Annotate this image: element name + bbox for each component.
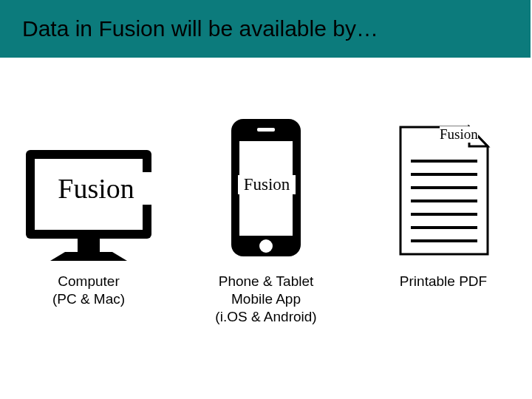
svg-rect-2: [78, 239, 100, 252]
caption-line: Printable PDF: [400, 273, 487, 289]
svg-rect-5: [257, 128, 275, 132]
column-pdf: Fusion Printable PDF: [362, 115, 525, 325]
caption-computer: Computer (PC & Mac): [52, 273, 125, 308]
slide: Data in Fusion will be available by… Fus…: [0, 0, 532, 399]
caption-line: Mobile App: [231, 291, 301, 307]
caption-phone: Phone & Tablet Mobile App (i.OS & Androi…: [215, 273, 316, 325]
caption-line: Computer: [58, 273, 119, 289]
phone-icon-wrap: Fusion: [185, 115, 347, 270]
column-computer: Fusion Computer (PC & Mac): [7, 115, 170, 325]
caption-line: Phone & Tablet: [219, 273, 314, 289]
slide-title: Data in Fusion will be available by…: [22, 16, 378, 41]
column-phone: Fusion Phone & Tablet Mobile App (i.OS &…: [185, 115, 347, 325]
caption-line: (i.OS & Android): [215, 309, 316, 324]
fusion-label-pdf: Fusion: [440, 126, 478, 143]
caption-line: (PC & Mac): [52, 291, 125, 307]
columns: Fusion Computer (PC & Mac): [0, 115, 532, 325]
caption-pdf: Printable PDF: [400, 273, 487, 290]
computer-icon-wrap: Fusion: [15, 115, 163, 270]
svg-point-6: [259, 239, 273, 253]
document-icon-wrap: Fusion: [369, 115, 517, 270]
fusion-label-computer: Fusion: [41, 172, 151, 205]
fusion-label-phone: Fusion: [238, 175, 296, 194]
